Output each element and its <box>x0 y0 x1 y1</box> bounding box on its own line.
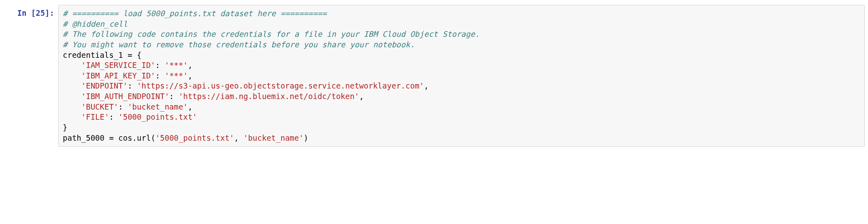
code-identifier: cos <box>118 133 132 142</box>
code-punct: } <box>63 123 67 132</box>
code-punct: , <box>188 61 192 70</box>
code-punct: , <box>188 71 192 80</box>
code-indent <box>63 61 81 70</box>
code-punct: , <box>234 133 243 142</box>
code-string: '5000_points.txt' <box>118 112 197 121</box>
code-identifier: url <box>137 133 151 142</box>
code-punct: : <box>118 102 128 111</box>
code-indent <box>63 71 81 80</box>
code-punct: : <box>169 92 179 101</box>
code-identifier: credentials_1 <box>63 51 123 59</box>
code-punct: , <box>188 102 192 111</box>
code-string: '***' <box>165 71 188 80</box>
code-operator: = <box>104 133 118 142</box>
code-punct: ) <box>304 133 308 142</box>
code-string: 'IBM_API_KEY_ID' <box>81 71 155 80</box>
code-string: 'IBM_AUTH_ENDPOINT' <box>81 92 169 101</box>
code-string: 'bucket_name' <box>128 102 188 111</box>
input-prompt: In [25]: <box>3 5 58 19</box>
code-string: 'BUCKET' <box>81 102 119 111</box>
prompt-label: In [25]: <box>17 8 54 17</box>
code-string: '5000_points.txt' <box>155 133 234 142</box>
code-string: 'https://s3-api.us-geo.objectstorage.ser… <box>137 81 424 90</box>
code-string: 'FILE' <box>81 112 109 121</box>
code-indent <box>63 92 81 101</box>
code-comment: # @hidden_cell <box>63 19 128 28</box>
code-punct: ( <box>151 133 155 142</box>
code-indent <box>63 102 81 111</box>
code-comment: # The following code contains the creden… <box>63 30 480 38</box>
code-punct: . <box>132 133 137 142</box>
code-punct: , <box>424 81 428 90</box>
code-punct: : <box>155 61 165 70</box>
code-punct: : <box>128 81 137 90</box>
code-string: 'bucket_name' <box>243 133 304 142</box>
notebook-cell: In [25]: # ========== load 5000_points.t… <box>3 5 865 147</box>
code-punct: : <box>155 71 165 80</box>
code-indent <box>63 112 81 121</box>
code-indent <box>63 81 81 90</box>
code-comment: # ========== load 5000_points.txt datase… <box>63 9 327 18</box>
code-identifier: path_5000 <box>63 133 104 142</box>
code-punct: : <box>109 112 118 121</box>
code-punct: , <box>359 92 364 101</box>
code-operator: = <box>123 51 137 59</box>
code-string: 'IAM_SERVICE_ID' <box>81 61 155 70</box>
code-comment: # You might want to remove those credent… <box>63 40 415 49</box>
code-string: 'ENDPOINT' <box>81 81 128 90</box>
code-punct: { <box>137 51 141 59</box>
code-input-area[interactable]: # ========== load 5000_points.txt datase… <box>58 5 865 147</box>
code-string: 'https://iam.ng.bluemix.net/oidc/token' <box>179 92 359 101</box>
code-string: '***' <box>165 61 188 70</box>
